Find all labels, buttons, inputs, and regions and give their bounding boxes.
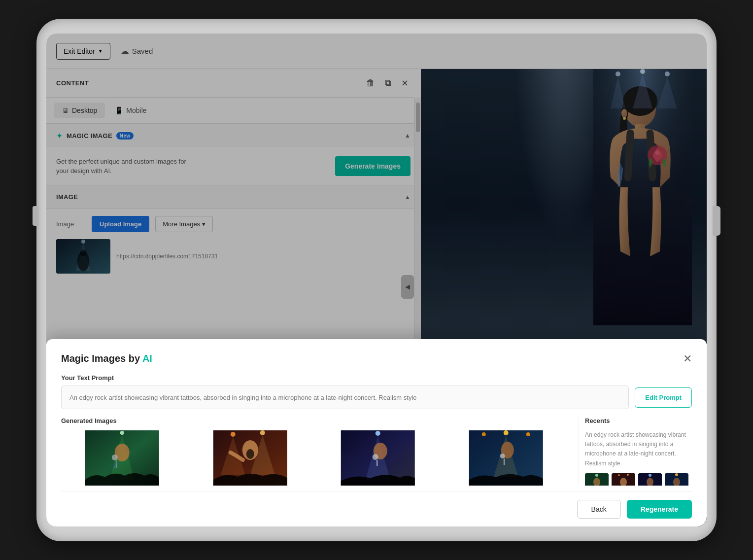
svg-point-39 bbox=[373, 454, 378, 460]
generated-image-1[interactable] bbox=[61, 430, 183, 486]
svg-point-60 bbox=[675, 473, 678, 476]
modal-close-button[interactable]: ✕ bbox=[683, 353, 692, 364]
recents-title: Recents bbox=[585, 417, 692, 424]
svg-point-30 bbox=[260, 430, 265, 435]
svg-rect-40 bbox=[376, 460, 378, 466]
tablet-left-button[interactable] bbox=[33, 206, 38, 226]
modal-footer: Back Regenerate bbox=[61, 491, 692, 526]
svg-point-42 bbox=[481, 432, 485, 436]
generated-images-title: Generated Images bbox=[61, 417, 567, 424]
recent-thumb-1[interactable] bbox=[585, 473, 609, 486]
svg-point-47 bbox=[500, 454, 505, 458]
svg-point-54 bbox=[627, 474, 629, 476]
back-button[interactable]: Back bbox=[577, 500, 621, 519]
prompt-input[interactable] bbox=[61, 385, 629, 409]
svg-point-57 bbox=[649, 474, 651, 477]
generated-image-2[interactable] bbox=[189, 430, 311, 486]
tablet-frame: Exit Editor ▼ ☁ Saved CONTENT bbox=[36, 19, 717, 541]
prompt-row: Edit Prompt bbox=[61, 385, 692, 409]
generated-images-column: Generated Images bbox=[61, 417, 567, 486]
prompt-label: Your Text Prompt bbox=[61, 374, 692, 382]
recent-thumb-2[interactable] bbox=[612, 473, 635, 486]
modal-title: Magic Images by AI bbox=[61, 353, 152, 364]
generated-image-4[interactable] bbox=[445, 430, 567, 486]
svg-point-23 bbox=[120, 431, 124, 435]
svg-point-26 bbox=[112, 455, 118, 460]
modal-overlay: Magic Images by AI ✕ Your Text Prompt Ed… bbox=[46, 34, 707, 526]
modal-body: Generated Images bbox=[61, 417, 692, 486]
generated-image-3[interactable] bbox=[317, 430, 439, 486]
modal-ai-text: AI bbox=[142, 353, 152, 364]
svg-point-43 bbox=[503, 430, 508, 435]
recent-thumb-4[interactable] bbox=[665, 473, 688, 486]
svg-point-50 bbox=[595, 474, 598, 477]
svg-rect-48 bbox=[503, 458, 505, 465]
recent-thumbnails bbox=[585, 473, 692, 486]
recent-description: An edgy rock artist showcasing vibrant t… bbox=[585, 430, 692, 468]
regenerate-button[interactable]: Regenerate bbox=[627, 500, 692, 519]
recent-thumb-3[interactable] bbox=[638, 473, 662, 486]
svg-point-53 bbox=[618, 474, 620, 476]
magic-images-modal: Magic Images by AI ✕ Your Text Prompt Ed… bbox=[46, 339, 707, 526]
svg-point-36 bbox=[376, 431, 380, 436]
svg-point-44 bbox=[526, 432, 530, 436]
svg-point-34 bbox=[246, 449, 254, 459]
edit-prompt-button[interactable]: Edit Prompt bbox=[635, 387, 692, 408]
prompt-section: Your Text Prompt Edit Prompt bbox=[61, 374, 692, 409]
modal-header: Magic Images by AI ✕ bbox=[61, 353, 692, 364]
tablet-screen: Exit Editor ▼ ☁ Saved CONTENT bbox=[46, 34, 707, 526]
svg-point-29 bbox=[230, 432, 235, 437]
recents-column: Recents An edgy rock artist showcasing v… bbox=[579, 417, 692, 486]
generated-images-grid bbox=[61, 430, 567, 486]
modal-title-static: Magic Images by bbox=[61, 353, 142, 364]
tablet-right-button[interactable] bbox=[713, 206, 720, 236]
